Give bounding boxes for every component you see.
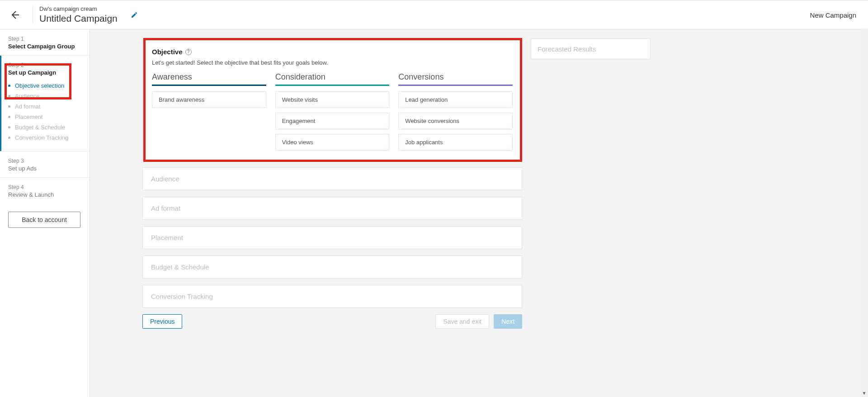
forecasted-results-title: Forecasted Results: [538, 45, 596, 53]
option-lead-generation[interactable]: Lead generation: [398, 91, 513, 108]
sidebar-item-ad-format[interactable]: Ad format: [8, 101, 81, 112]
step1-label: Step 1: [8, 36, 81, 42]
objective-card: Objective ? Let's get started! Select th…: [142, 38, 522, 161]
sidebar-item-label: Conversion Tracking: [15, 134, 69, 141]
save-exit-button[interactable]: Save and exit: [435, 314, 489, 329]
step4-label: Step 4: [8, 184, 81, 190]
underline-conversions: [398, 85, 513, 86]
header-breadcrumb: Dw's campaign cream: [39, 5, 118, 13]
step1-title: Select Campaign Group: [8, 43, 81, 50]
step3-title: Set up Ads: [8, 165, 81, 172]
sidebar: Step 1 Select Campaign Group Step 2 Set …: [0, 29, 90, 397]
col-title-conversions: Conversions: [398, 72, 513, 85]
collapsed-ad-format[interactable]: Ad format: [142, 197, 522, 220]
header-right-label: New Campaign: [810, 11, 856, 19]
help-icon[interactable]: ?: [185, 49, 192, 55]
sidebar-item-label: Audience: [15, 93, 39, 99]
step4-block[interactable]: Step 4 Review & Launch: [0, 178, 90, 203]
header-divider: [33, 6, 33, 24]
scrollbar[interactable]: ▼: [860, 28, 868, 397]
next-button[interactable]: Next: [494, 314, 522, 329]
step2-sublist: Objective selection Audience Ad format P…: [8, 80, 81, 143]
header-bar: Dw's campaign cream Untitled Campaign Ne…: [0, 1, 868, 29]
back-to-account-button[interactable]: Back to account: [8, 212, 80, 228]
option-engagement[interactable]: Engagement: [275, 113, 390, 129]
sidebar-item-audience[interactable]: Audience: [8, 91, 81, 101]
objective-col-consideration: Consideration Website visits Engagement …: [275, 72, 390, 151]
option-video-views[interactable]: Video views: [275, 134, 390, 151]
step3-label: Step 3: [8, 158, 81, 164]
scroll-down-arrow-icon[interactable]: ▼: [860, 389, 868, 397]
edit-icon[interactable]: [130, 11, 138, 19]
objective-title: Objective: [152, 48, 183, 56]
option-job-applicants[interactable]: Job applicants: [398, 134, 513, 151]
sidebar-item-objective-selection[interactable]: Objective selection: [8, 80, 81, 91]
collapsed-conversion-tracking[interactable]: Conversion Tracking: [142, 285, 522, 308]
col-title-consideration: Consideration: [275, 72, 390, 85]
underline-awareness: [152, 85, 266, 86]
sidebar-item-label: Budget & Schedule: [15, 124, 65, 131]
step2-block[interactable]: Step 2 Set up Campaign Objective selecti…: [0, 56, 90, 151]
collapsed-budget-schedule[interactable]: Budget & Schedule: [142, 255, 522, 279]
col-title-awareness: Awareness: [152, 72, 266, 85]
sidebar-item-label: Placement: [15, 113, 42, 120]
previous-button[interactable]: Previous: [142, 314, 182, 329]
campaign-title: Untitled Campaign: [39, 12, 118, 24]
objective-col-conversions: Conversions Lead generation Website conv…: [398, 72, 513, 151]
option-brand-awareness[interactable]: Brand awareness: [152, 91, 266, 108]
content-area: Objective ? Let's get started! Select th…: [90, 29, 868, 397]
step2-title: Set up Campaign: [8, 69, 81, 76]
sidebar-item-label: Objective selection: [15, 82, 64, 89]
step2-label: Step 2: [8, 62, 81, 68]
objective-col-awareness: Awareness Brand awareness: [152, 72, 266, 151]
collapsed-audience[interactable]: Audience: [142, 167, 522, 190]
sidebar-item-conversion-tracking[interactable]: Conversion Tracking: [8, 132, 81, 143]
step3-block[interactable]: Step 3 Set up Ads: [0, 151, 90, 178]
forecasted-results-panel[interactable]: Forecasted Results: [531, 38, 651, 59]
underline-consideration: [275, 85, 390, 86]
footer-buttons: Previous Save and exit Next: [142, 314, 522, 329]
step1-block[interactable]: Step 1 Select Campaign Group: [0, 29, 90, 56]
step4-title: Review & Launch: [8, 191, 81, 198]
option-website-visits[interactable]: Website visits: [275, 91, 390, 108]
sidebar-item-label: Ad format: [15, 103, 40, 110]
sidebar-item-placement[interactable]: Placement: [8, 112, 81, 122]
back-arrow-icon[interactable]: [8, 9, 21, 21]
header-titles: Dw's campaign cream Untitled Campaign: [39, 5, 118, 25]
sidebar-item-budget-schedule[interactable]: Budget & Schedule: [8, 122, 81, 132]
collapsed-placement[interactable]: Placement: [142, 226, 522, 249]
objective-subtitle: Let's get started! Select the objective …: [152, 59, 513, 66]
option-website-conversions[interactable]: Website conversions: [398, 113, 513, 129]
active-step-indicator: [0, 56, 1, 151]
